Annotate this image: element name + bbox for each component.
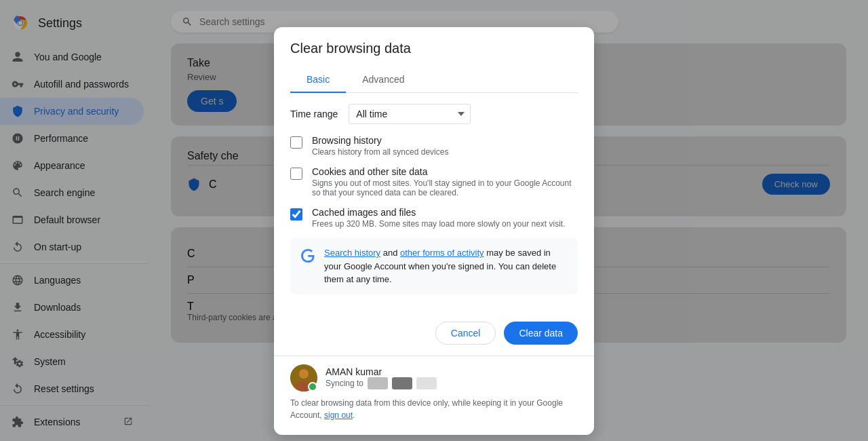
browsing-history-checkbox[interactable] <box>290 136 302 149</box>
modal-footer-buttons: Cancel Clear data <box>274 316 594 356</box>
clear-data-button[interactable]: Clear data <box>504 322 578 345</box>
sync-note: To clear browsing data from this device … <box>290 397 578 427</box>
sign-out-link[interactable]: sign out <box>324 410 353 420</box>
sync-section: AMAN kumar Syncing to To clear browsing … <box>274 356 594 435</box>
checkbox-text: Browsing history Clears history from all… <box>312 135 448 157</box>
sync-label: Syncing to <box>326 379 363 388</box>
svg-point-4 <box>299 369 309 379</box>
browsing-history-label: Browsing history <box>312 135 448 146</box>
time-range-row: Time range All time Last 4 weeks Last 7 … <box>290 104 578 124</box>
tab-basic[interactable]: Basic <box>290 67 346 93</box>
info-text: Search history and other forms of activi… <box>324 246 568 286</box>
time-range-select[interactable]: All time Last 4 weeks Last 7 days Last 2… <box>349 104 471 124</box>
sync-note-end: . <box>353 410 355 420</box>
cookies-desc: Signs you out of most sites. You'll stay… <box>312 178 578 197</box>
avatar-wrap <box>290 364 317 391</box>
cancel-button[interactable]: Cancel <box>435 322 496 345</box>
sync-dot-3 <box>416 377 437 389</box>
checkbox-text: Cookies and other site data Signs you ou… <box>312 166 578 197</box>
search-history-link[interactable]: Search history <box>324 248 380 258</box>
sync-badge <box>308 382 317 391</box>
info-mid: and <box>380 248 400 258</box>
cookies-checkbox[interactable] <box>290 168 302 180</box>
google-g-icon <box>300 248 316 264</box>
info-box: Search history and other forms of activi… <box>290 238 578 294</box>
sync-user-name: AMAN kumar <box>326 366 578 377</box>
cached-desc: Frees up 320 MB. Some sites may load mor… <box>312 219 565 229</box>
clear-browsing-data-modal: Clear browsing data Basic Advanced Time … <box>274 27 594 435</box>
tab-advanced[interactable]: Advanced <box>346 67 420 93</box>
cached-label: Cached images and files <box>312 207 565 218</box>
sync-dot-1 <box>368 377 388 389</box>
modal-overlay[interactable]: Clear browsing data Basic Advanced Time … <box>0 0 868 441</box>
sync-info: AMAN kumar Syncing to <box>326 366 578 389</box>
sync-dot-2 <box>392 377 412 389</box>
checkbox-row-cookies: Cookies and other site data Signs you ou… <box>290 166 578 197</box>
modal-title: Clear browsing data <box>290 41 578 56</box>
cached-checkbox[interactable] <box>290 208 302 220</box>
time-range-label: Time range <box>290 109 338 119</box>
modal-tabs: Basic Advanced <box>290 67 578 93</box>
sync-dots <box>368 377 437 389</box>
modal-header: Clear browsing data Basic Advanced <box>274 27 594 93</box>
checkbox-text: Cached images and files Frees up 320 MB.… <box>312 207 565 229</box>
modal-body: Time range All time Last 4 weeks Last 7 … <box>274 93 594 316</box>
checkbox-row-cached: Cached images and files Frees up 320 MB.… <box>290 207 578 229</box>
browsing-history-desc: Clears history from all synced devices <box>312 147 448 157</box>
sync-row: AMAN kumar Syncing to <box>290 356 578 397</box>
checkbox-row-browsing-history: Browsing history Clears history from all… <box>290 135 578 157</box>
other-activity-link[interactable]: other forms of activity <box>400 248 484 258</box>
cookies-label: Cookies and other site data <box>312 166 578 177</box>
